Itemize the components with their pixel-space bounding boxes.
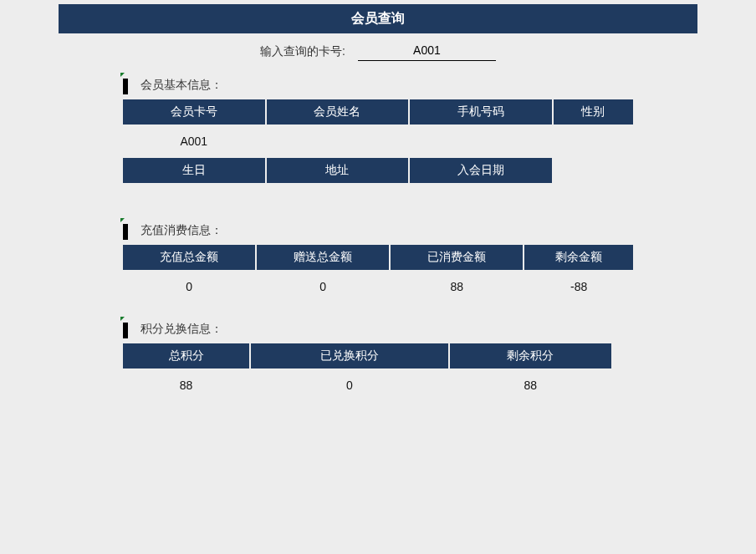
th-remaining-points: 剩余积分 xyxy=(450,343,611,368)
page-title: 会员查询 xyxy=(351,11,405,25)
recharge-section-title: 充值消费信息： xyxy=(140,223,222,238)
points-section-header: 积分兑换信息： xyxy=(121,320,635,338)
td-gender xyxy=(554,125,633,158)
th-phone: 手机号码 xyxy=(410,99,552,125)
th-card-no: 会员卡号 xyxy=(123,99,265,125)
td-consumed: 88 xyxy=(391,270,523,303)
basic-info-section: 会员基本信息： 会员卡号 会员姓名 手机号码 性别 A001 生日 地址 入会日… xyxy=(121,76,635,183)
points-section-title: 积分兑换信息： xyxy=(140,322,222,337)
basic-section-header: 会员基本信息： xyxy=(121,76,635,94)
th-birthday: 生日 xyxy=(123,158,265,183)
th-name: 会员姓名 xyxy=(267,99,409,125)
td-bonus-total: 0 xyxy=(257,270,389,303)
td-redeemed-points: 0 xyxy=(251,368,448,402)
points-section: 积分兑换信息： 总积分 已兑换积分 剩余积分 88 0 88 xyxy=(121,320,635,402)
recharge-section: 充值消费信息： 充值总金额 赠送总金额 已消费金额 剩余金额 0 0 88 -8… xyxy=(121,221,635,303)
th-remaining: 剩余金额 xyxy=(524,245,633,270)
td-remaining: -88 xyxy=(524,270,633,303)
td-total-points: 88 xyxy=(123,368,249,402)
section-marker-icon xyxy=(122,320,129,338)
recharge-section-header: 充值消费信息： xyxy=(121,221,635,240)
search-label: 输入查询的卡号: xyxy=(260,44,345,59)
th-gender: 性别 xyxy=(554,99,633,125)
recharge-table: 充值总金额 赠送总金额 已消费金额 剩余金额 0 0 88 -88 xyxy=(121,245,635,303)
section-marker-icon xyxy=(122,76,129,94)
basic-info-table: 会员卡号 会员姓名 手机号码 性别 A001 生日 地址 入会日期 xyxy=(121,99,635,183)
td-empty xyxy=(613,343,633,368)
td-empty xyxy=(613,368,633,402)
card-number-input[interactable] xyxy=(358,42,496,61)
th-recharge-total: 充值总金额 xyxy=(123,245,255,270)
basic-section-title: 会员基本信息： xyxy=(140,78,222,93)
th-bonus-total: 赠送总金额 xyxy=(257,245,389,270)
td-recharge-total: 0 xyxy=(123,270,255,303)
th-redeemed-points: 已兑换积分 xyxy=(251,343,448,368)
th-total-points: 总积分 xyxy=(123,343,249,368)
search-row: 输入查询的卡号: xyxy=(0,42,756,61)
td-remaining-points: 88 xyxy=(450,368,611,402)
th-join-date: 入会日期 xyxy=(410,158,552,183)
td-name xyxy=(267,125,409,158)
td-phone xyxy=(410,125,552,158)
td-empty xyxy=(554,158,633,183)
th-address: 地址 xyxy=(267,158,409,183)
td-card-no: A001 xyxy=(123,125,265,158)
section-marker-icon xyxy=(122,221,129,240)
points-table: 总积分 已兑换积分 剩余积分 88 0 88 xyxy=(121,343,635,402)
page-title-bar: 会员查询 xyxy=(59,4,697,33)
th-consumed: 已消费金额 xyxy=(391,245,523,270)
